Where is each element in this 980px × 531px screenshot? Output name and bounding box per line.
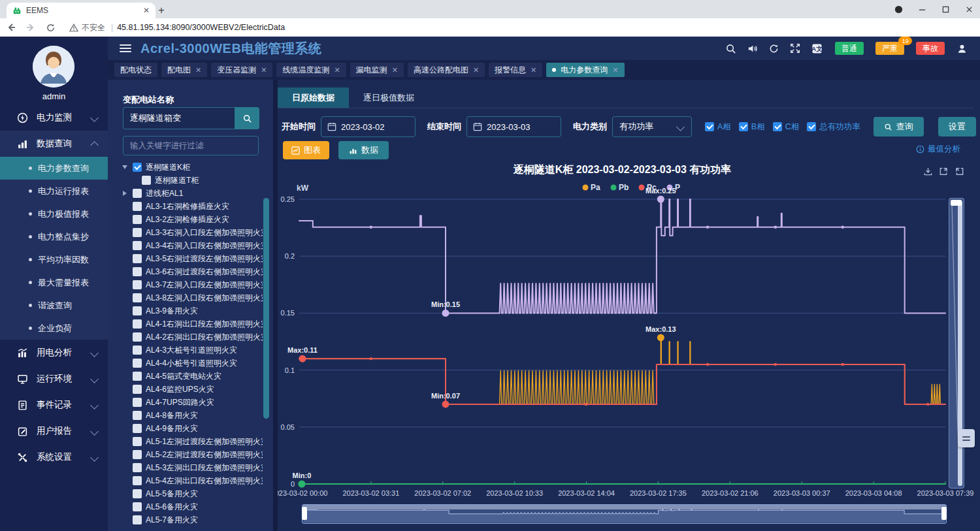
- checkbox-checked[interactable]: [739, 122, 748, 131]
- data-view-button[interactable]: 数据: [338, 141, 389, 159]
- sidebar-group-系统设置[interactable]: 系统设置: [0, 444, 108, 470]
- tree-node-AL3-1右洞检修插座火灾[interactable]: AL3-1右洞检修插座火灾: [108, 200, 263, 213]
- page-tab-电力参数查询[interactable]: 电力参数查询✕: [546, 63, 624, 77]
- tree-checkbox[interactable]: [133, 319, 142, 329]
- tree-checkbox[interactable]: [133, 437, 142, 446]
- power-chart[interactable]: 00.050.10.150.20.25kW2023-03-02 00:00202…: [278, 163, 980, 500]
- vertical-zoom-grip[interactable]: [958, 429, 975, 447]
- tree-node-AL4-1右洞出口段左侧加强照明火灾[interactable]: AL4-1右洞出口段左侧加强照明火灾: [108, 317, 263, 330]
- tree-checkbox[interactable]: [133, 372, 142, 381]
- phase-checkbox-C相[interactable]: C相: [773, 121, 800, 133]
- page-tab-配电状态[interactable]: 配电状态: [114, 63, 157, 77]
- tree-node-AL3-8左洞入口段右侧加强照明火灾[interactable]: AL3-8左洞入口段右侧加强照明火灾: [108, 291, 263, 304]
- tab-close-icon[interactable]: ✕: [473, 66, 479, 74]
- station-search-input[interactable]: [123, 107, 235, 129]
- sidebar-group-运行环境[interactable]: 运行环境: [0, 366, 108, 392]
- tab-daily-extremes-data[interactable]: 逐日极值数据: [349, 88, 429, 108]
- reload-icon[interactable]: [42, 20, 59, 35]
- tree-node-AL3-9备用火灾[interactable]: AL3-9备用火灾: [108, 304, 263, 317]
- tree-checkbox[interactable]: [133, 398, 142, 407]
- tree-checkbox[interactable]: [133, 502, 142, 511]
- tree-checkbox[interactable]: [133, 515, 142, 524]
- tab-close-icon[interactable]: ✕: [392, 66, 398, 74]
- page-tab-漏电监测[interactable]: 漏电监测✕: [350, 63, 404, 77]
- chart-view-button[interactable]: 图表: [283, 141, 329, 159]
- sidebar-group-事件记录[interactable]: 事件记录: [0, 392, 108, 418]
- tree-node-AL3-6右洞过渡段右侧加强照明火灾[interactable]: AL3-6右洞过渡段右侧加强照明火灾: [108, 265, 263, 278]
- alarm-button-严重[interactable]: 严重19: [875, 42, 904, 55]
- tree-checkbox[interactable]: [133, 489, 142, 498]
- tree-checkbox[interactable]: [133, 424, 142, 433]
- tree-node-AL5-5备用火灾[interactable]: AL5-5备用火灾: [108, 487, 263, 500]
- tree-checkbox[interactable]: [133, 332, 142, 342]
- extremes-analysis-link[interactable]: 最值分析: [916, 144, 960, 155]
- tree-checkbox[interactable]: [133, 463, 142, 472]
- end-date-input[interactable]: 2023-03-03: [466, 116, 561, 137]
- tree-node-AL3-7左洞入口段左侧加强照明火灾[interactable]: AL3-7左洞入口段左侧加强照明火灾: [108, 278, 263, 291]
- sidebar-item-平均功率因数[interactable]: 平均功率因数: [0, 248, 108, 271]
- page-tab-高速公路配电图[interactable]: 高速公路配电图✕: [408, 63, 485, 77]
- tree-node-AL4-8备用火灾[interactable]: AL4-8备用火灾: [108, 409, 263, 422]
- refresh-icon[interactable]: [767, 42, 780, 55]
- tree-node-AL4-3大桩号引道照明火灾[interactable]: AL4-3大桩号引道照明火灾: [108, 344, 263, 357]
- checkbox-checked[interactable]: [705, 122, 714, 131]
- sidebar-group-数据查询[interactable]: 数据查询: [0, 131, 108, 157]
- tree-node-AL3-2左洞检修插座火灾[interactable]: AL3-2左洞检修插座火灾: [108, 213, 263, 226]
- new-tab-button[interactable]: +: [154, 3, 169, 18]
- tree-node-逐桐隧道K柜[interactable]: 逐桐隧道K柜: [108, 161, 263, 174]
- tree-checkbox[interactable]: [133, 359, 142, 368]
- user-avatar[interactable]: [33, 46, 74, 88]
- tree-checkbox[interactable]: [133, 254, 142, 263]
- sidebar-item-最大需量报表[interactable]: 最大需量报表: [0, 271, 108, 294]
- url-text[interactable]: 45.81.195.134:8090/3000WEBV2/ElectricDat…: [117, 23, 285, 32]
- phase-checkbox-A相[interactable]: A相: [705, 121, 731, 133]
- tree-node-AL4-5箱式变电站火灾[interactable]: AL4-5箱式变电站火灾: [108, 370, 263, 383]
- tree-checkbox[interactable]: [133, 293, 142, 302]
- page-tab-报警信息[interactable]: 报警信息✕: [489, 63, 542, 77]
- horizontal-zoom-slider[interactable]: [302, 504, 947, 524]
- phase-checkbox-B相[interactable]: B相: [739, 121, 765, 133]
- tree-checkbox[interactable]: [133, 306, 142, 315]
- page-tab-线缆温度监测[interactable]: 线缆温度监测✕: [276, 63, 346, 77]
- alarm-button-普通[interactable]: 普通: [835, 42, 864, 55]
- back-icon[interactable]: [3, 20, 20, 35]
- tree-node-AL3-4右洞入口段右侧加强照明火灾[interactable]: AL3-4右洞入口段右侧加强照明火灾: [108, 239, 263, 252]
- sidebar-item-企业负荷[interactable]: 企业负荷: [0, 317, 108, 340]
- sidebar-item-电力极值报表[interactable]: 电力极值报表: [0, 202, 108, 225]
- close-button[interactable]: [958, 0, 980, 18]
- sidebar-item-电力运行报表[interactable]: 电力运行报表: [0, 180, 108, 202]
- tab-close-icon[interactable]: ✕: [334, 66, 340, 74]
- tree-filter-input[interactable]: [123, 136, 259, 155]
- tab-close-icon[interactable]: ✕: [261, 66, 267, 74]
- translate-icon[interactable]: A文: [810, 42, 823, 55]
- tree-node-AL5-4左洞出口段右侧加强照明火灾[interactable]: AL5-4左洞出口段右侧加强照明火灾: [108, 474, 263, 487]
- tree-checkbox[interactable]: [133, 385, 142, 394]
- tree-checkbox[interactable]: [142, 176, 151, 185]
- tree-checkbox[interactable]: [133, 202, 142, 211]
- tree-node-AL5-6备用火灾[interactable]: AL5-6备用火灾: [108, 500, 263, 513]
- zoom-handle-left[interactable]: [302, 507, 307, 520]
- tree-node-AL3-3右洞入口段左侧加强照明火灾[interactable]: AL3-3右洞入口段左侧加强照明火灾: [108, 226, 263, 239]
- user-icon[interactable]: [955, 42, 968, 55]
- tree-node-AL4-6监控UPS火灾[interactable]: AL4-6监控UPS火灾: [108, 383, 263, 396]
- tree-node-AL4-7UPS回路火灾[interactable]: AL4-7UPS回路火灾: [108, 396, 263, 409]
- zoom-handle-right[interactable]: [941, 507, 947, 520]
- maximize-button[interactable]: [934, 0, 956, 18]
- tree-checkbox[interactable]: [133, 228, 142, 237]
- tree-checkbox[interactable]: [133, 163, 142, 172]
- tree-checkbox[interactable]: [133, 346, 142, 355]
- tree-node-AL5-3左洞出口段左侧加强照明火灾[interactable]: AL5-3左洞出口段左侧加强照明火灾: [108, 461, 263, 474]
- tab-close-icon[interactable]: ✕: [195, 66, 201, 74]
- minimize-button[interactable]: [911, 0, 933, 18]
- tree-checkbox[interactable]: [133, 411, 142, 420]
- security-indicator[interactable]: 不安全 |: [69, 22, 116, 33]
- vertical-zoom-handle[interactable]: [951, 200, 962, 206]
- hamburger-icon[interactable]: [120, 42, 131, 54]
- query-button[interactable]: 查询: [874, 117, 924, 137]
- start-date-input[interactable]: 2023-03-02: [321, 116, 416, 137]
- tree-checkbox[interactable]: [133, 215, 142, 224]
- tree-node-逐桐隧道T柜[interactable]: 逐桐隧道T柜: [108, 174, 263, 187]
- tree-node-AL4-4小桩号引道照明火灾[interactable]: AL4-4小桩号引道照明火灾: [108, 357, 263, 370]
- tab-close-icon[interactable]: ✕: [143, 6, 150, 15]
- tab-close-icon[interactable]: ✕: [612, 66, 618, 74]
